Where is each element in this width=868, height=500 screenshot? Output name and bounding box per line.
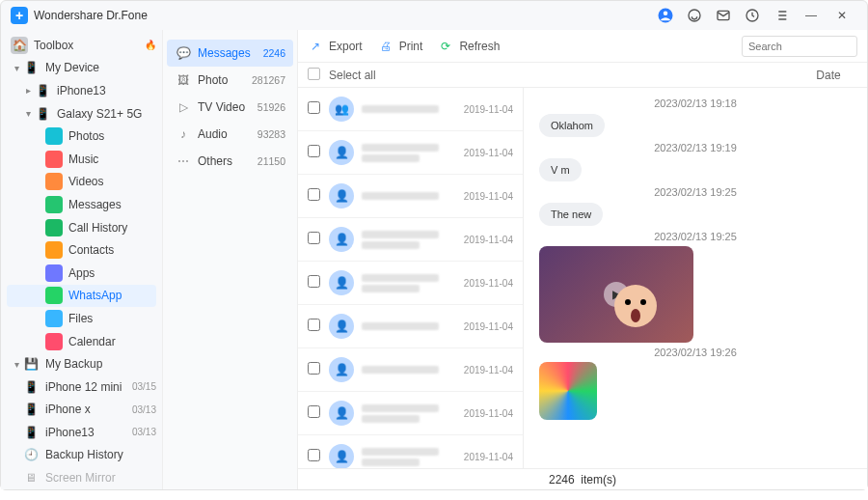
category-photo[interactable]: 🖼 Photo 281267: [167, 67, 293, 94]
export-button[interactable]: ↗Export: [308, 39, 363, 54]
sidebar-backup-iphonex[interactable]: 📱iPhone x03/13: [1, 399, 162, 422]
backup-date: 03/13: [132, 427, 156, 437]
sidebar-backup-history[interactable]: 🕘Backup History: [1, 444, 162, 467]
row-text: [362, 366, 460, 374]
device-icon: 📱: [34, 105, 51, 123]
history-icon[interactable]: [742, 5, 763, 26]
search-input[interactable]: [748, 41, 868, 52]
sidebar-item-label: Backup History: [45, 448, 156, 461]
row-date: 2019-11-04: [464, 235, 513, 245]
others-icon: ⋯: [175, 153, 192, 170]
message-row[interactable]: 👤2019-11-04: [298, 218, 523, 262]
row-text: [362, 192, 460, 200]
sidebar-videos[interactable]: Videos: [1, 171, 162, 194]
chat-video-thumbnail[interactable]: ▶: [539, 246, 693, 343]
sidebar-item-label: iPhone 12 mini: [45, 380, 132, 394]
sidebar-my-backup[interactable]: ▾ 💾 My Backup: [1, 352, 162, 375]
refresh-button[interactable]: ⟳Refresh: [438, 39, 500, 54]
row-checkbox[interactable]: [308, 188, 320, 201]
sidebar-photos[interactable]: Photos: [1, 125, 162, 148]
sidebar-call-history[interactable]: Call History: [1, 216, 162, 239]
list-header: Select all Date: [298, 63, 867, 88]
row-checkbox[interactable]: [308, 362, 320, 375]
mail-icon[interactable]: [713, 5, 734, 26]
sidebar-backup-iphone13[interactable]: 📱iPhone1303/13: [1, 421, 162, 444]
category-messages[interactable]: 💬 Messages 2246: [167, 40, 293, 67]
category-count: 51926: [258, 101, 285, 113]
category-count: 281267: [252, 74, 285, 86]
messages-icon: 💬: [175, 44, 192, 62]
account-icon[interactable]: [655, 5, 676, 26]
category-others[interactable]: ⋯ Others 21150: [167, 148, 293, 175]
row-date: 2019-11-04: [464, 408, 513, 419]
sidebar-item-label: Videos: [68, 175, 156, 188]
sidebar-item-label: Music: [68, 153, 156, 166]
toolbar-label: Refresh: [459, 40, 500, 53]
message-row[interactable]: 👥2019-11-04: [298, 88, 523, 131]
mirror-icon: 🖥: [22, 469, 40, 486]
photo-icon: 🖼: [175, 71, 192, 89]
svg-point-7: [640, 299, 646, 305]
sidebar-whatsapp[interactable]: WhatsApp: [7, 285, 156, 308]
device-icon: 📱: [34, 82, 51, 99]
sidebar-my-device[interactable]: ▾ 📱 My Device: [1, 57, 162, 80]
close-button[interactable]: ✕: [827, 5, 857, 26]
minimize-button[interactable]: —: [796, 5, 827, 26]
message-row[interactable]: 👤2019-11-04: [298, 392, 523, 435]
sidebar-screen-mirror[interactable]: 🖥Screen Mirror: [1, 466, 162, 489]
avatar-icon: 👤: [329, 314, 354, 339]
category-tv-video[interactable]: ▷ TV Video 51926: [167, 94, 293, 121]
message-list: 👥2019-11-04 👤2019-11-04 👤2019-11-04 👤201…: [298, 88, 524, 468]
sidebar-device-galaxy[interactable]: ▾ 📱 Galaxy S21+ 5G: [1, 102, 162, 125]
search-box[interactable]: 🔍: [742, 36, 857, 57]
row-checkbox[interactable]: [308, 275, 320, 288]
avatar-icon: 👤: [329, 227, 354, 252]
chat-timestamp: 2023/02/13 19:26: [539, 347, 852, 358]
chat-sticker: [539, 362, 597, 420]
device-icon: 📱: [22, 401, 40, 418]
avatar-icon: 👥: [329, 97, 354, 122]
row-text: [362, 144, 460, 162]
message-row[interactable]: 👤2019-11-04: [298, 175, 523, 218]
sidebar-messages[interactable]: Messages: [1, 193, 162, 216]
row-checkbox[interactable]: [308, 319, 320, 331]
message-row[interactable]: 👤2019-11-04: [298, 305, 523, 348]
select-all-checkbox[interactable]: [308, 68, 320, 80]
row-checkbox[interactable]: [308, 405, 320, 418]
message-row[interactable]: 👤2019-11-04: [298, 348, 523, 392]
whatsapp-icon: [45, 287, 63, 304]
message-row[interactable]: 👤2019-11-04: [298, 131, 523, 175]
category-label: TV Video: [198, 100, 258, 114]
sidebar-files[interactable]: Files: [1, 307, 162, 330]
message-row[interactable]: 👤2019-11-04: [298, 435, 523, 468]
message-row[interactable]: 👤2019-11-04: [298, 262, 523, 305]
call-icon: [45, 219, 63, 236]
menu-icon[interactable]: [771, 5, 792, 26]
sidebar-toolbox[interactable]: 🏠 Toolbox 🔥: [1, 34, 162, 57]
row-checkbox[interactable]: [308, 449, 320, 461]
sidebar-item-label: My Backup: [45, 357, 156, 371]
svg-point-8: [631, 309, 640, 322]
sidebar-device-iphone13[interactable]: ▸ 📱 iPhone13: [1, 79, 162, 102]
category-audio[interactable]: ♪ Audio 93283: [167, 121, 293, 148]
messages-icon: [45, 196, 63, 213]
row-date: 2019-11-04: [464, 148, 513, 158]
row-checkbox[interactable]: [308, 232, 320, 244]
row-text: [362, 448, 460, 466]
row-checkbox[interactable]: [308, 101, 320, 114]
support-icon[interactable]: [684, 5, 705, 26]
avatar-icon: 👤: [329, 270, 354, 295]
sidebar-apps[interactable]: Apps: [1, 262, 162, 285]
sidebar-item-label: Calendar: [68, 335, 156, 348]
row-checkbox[interactable]: [308, 145, 320, 157]
select-all-label[interactable]: Select all: [329, 69, 376, 82]
date-column-header[interactable]: Date: [800, 69, 857, 82]
chat-bubble: Oklahom: [539, 114, 605, 137]
sidebar-contacts[interactable]: Contacts: [1, 238, 162, 262]
toolbox-icon: 🏠: [11, 37, 28, 54]
category-panel: 💬 Messages 2246 🖼 Photo 281267 ▷ TV Vide…: [163, 30, 298, 489]
sidebar-backup-12mini[interactable]: 📱iPhone 12 mini03/15: [1, 375, 162, 399]
print-button[interactable]: 🖨Print: [378, 39, 423, 54]
sidebar-music[interactable]: Music: [1, 148, 162, 171]
sidebar-calendar[interactable]: Calendar: [1, 330, 162, 353]
